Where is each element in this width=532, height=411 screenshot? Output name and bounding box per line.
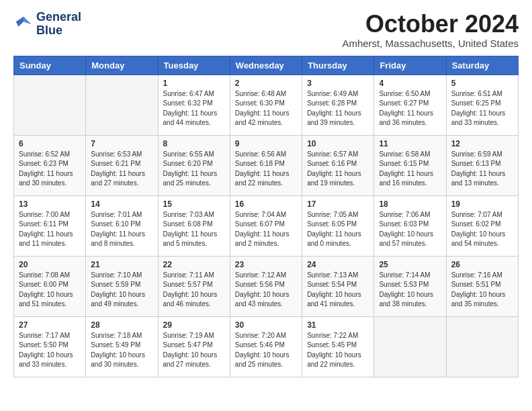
day-number: 8 xyxy=(163,139,225,148)
day-number: 16 xyxy=(235,199,297,209)
day-number: 24 xyxy=(307,260,369,269)
day-number: 23 xyxy=(235,260,297,269)
day-number: 13 xyxy=(19,199,81,209)
day-number: 22 xyxy=(163,260,225,269)
day-cell: 7Sunrise: 6:53 AMSunset: 6:21 PMDaylight… xyxy=(86,135,158,195)
day-cell: 4Sunrise: 6:50 AMSunset: 6:27 PMDaylight… xyxy=(374,75,446,135)
day-cell: 5Sunrise: 6:51 AMSunset: 6:25 PMDaylight… xyxy=(446,75,518,135)
svg-marker-1 xyxy=(24,17,31,24)
day-cell: 15Sunrise: 7:03 AMSunset: 6:08 PMDayligh… xyxy=(158,195,230,256)
weekday-header-thursday: Thursday xyxy=(302,56,374,75)
week-row-2: 6Sunrise: 6:52 AMSunset: 6:23 PMDaylight… xyxy=(14,135,519,195)
day-cell: 3Sunrise: 6:49 AMSunset: 6:28 PMDaylight… xyxy=(302,75,374,135)
month-title: October 2024 xyxy=(342,11,519,38)
day-cell: 25Sunrise: 7:14 AMSunset: 5:53 PMDayligh… xyxy=(374,256,446,316)
day-info: Sunrise: 7:14 AMSunset: 5:53 PMDaylight:… xyxy=(379,271,441,310)
week-row-1: 1Sunrise: 6:47 AMSunset: 6:32 PMDaylight… xyxy=(14,75,519,135)
day-info: Sunrise: 7:18 AMSunset: 5:49 PMDaylight:… xyxy=(91,331,152,370)
day-cell: 26Sunrise: 7:16 AMSunset: 5:51 PMDayligh… xyxy=(446,256,518,316)
day-cell: 1Sunrise: 6:47 AMSunset: 6:32 PMDaylight… xyxy=(158,75,230,135)
day-cell: 18Sunrise: 7:06 AMSunset: 6:03 PMDayligh… xyxy=(374,195,446,256)
day-info: Sunrise: 7:19 AMSunset: 5:47 PMDaylight:… xyxy=(163,331,225,370)
day-number: 10 xyxy=(307,139,369,148)
day-cell xyxy=(374,316,446,377)
day-number: 21 xyxy=(91,260,152,269)
page: General Blue October 2024 Amherst, Massa… xyxy=(0,0,532,388)
day-cell: 21Sunrise: 7:10 AMSunset: 5:59 PMDayligh… xyxy=(86,256,158,316)
day-cell xyxy=(446,316,518,377)
day-cell: 30Sunrise: 7:20 AMSunset: 5:46 PMDayligh… xyxy=(230,316,302,377)
day-cell: 19Sunrise: 7:07 AMSunset: 6:02 PMDayligh… xyxy=(446,195,518,256)
title-block: October 2024 Amherst, Massachusetts, Uni… xyxy=(342,11,519,49)
location: Amherst, Massachusetts, United States xyxy=(342,38,519,49)
day-number: 2 xyxy=(235,79,297,88)
day-info: Sunrise: 6:48 AMSunset: 6:30 PMDaylight:… xyxy=(235,89,297,128)
day-number: 18 xyxy=(379,199,441,209)
day-info: Sunrise: 7:22 AMSunset: 5:45 PMDaylight:… xyxy=(307,331,369,370)
day-cell: 17Sunrise: 7:05 AMSunset: 6:05 PMDayligh… xyxy=(302,195,374,256)
day-cell: 2Sunrise: 6:48 AMSunset: 6:30 PMDaylight… xyxy=(230,75,302,135)
day-number: 12 xyxy=(451,139,513,148)
day-info: Sunrise: 6:58 AMSunset: 6:15 PMDaylight:… xyxy=(379,150,441,189)
day-info: Sunrise: 6:55 AMSunset: 6:20 PMDaylight:… xyxy=(163,150,225,189)
day-cell: 11Sunrise: 6:58 AMSunset: 6:15 PMDayligh… xyxy=(374,135,446,195)
logo-text: General Blue xyxy=(36,11,81,38)
day-cell: 10Sunrise: 6:57 AMSunset: 6:16 PMDayligh… xyxy=(302,135,374,195)
day-number: 11 xyxy=(379,139,441,148)
week-row-5: 27Sunrise: 7:17 AMSunset: 5:50 PMDayligh… xyxy=(14,316,519,377)
day-info: Sunrise: 7:03 AMSunset: 6:08 PMDaylight:… xyxy=(163,210,225,249)
day-info: Sunrise: 7:08 AMSunset: 6:00 PMDaylight:… xyxy=(19,271,81,310)
weekday-header-wednesday: Wednesday xyxy=(230,56,302,75)
day-cell: 12Sunrise: 6:59 AMSunset: 6:13 PMDayligh… xyxy=(446,135,518,195)
day-info: Sunrise: 7:07 AMSunset: 6:02 PMDaylight:… xyxy=(451,210,513,249)
weekday-header-monday: Monday xyxy=(86,56,158,75)
day-info: Sunrise: 6:51 AMSunset: 6:25 PMDaylight:… xyxy=(451,89,513,128)
day-number: 6 xyxy=(19,139,81,148)
day-info: Sunrise: 7:06 AMSunset: 6:03 PMDaylight:… xyxy=(379,210,441,249)
day-info: Sunrise: 6:49 AMSunset: 6:28 PMDaylight:… xyxy=(307,89,369,128)
week-row-3: 13Sunrise: 7:00 AMSunset: 6:11 PMDayligh… xyxy=(14,195,519,256)
day-number: 31 xyxy=(307,320,369,330)
day-cell: 13Sunrise: 7:00 AMSunset: 6:11 PMDayligh… xyxy=(14,195,86,256)
day-info: Sunrise: 6:59 AMSunset: 6:13 PMDaylight:… xyxy=(451,150,513,189)
day-info: Sunrise: 7:10 AMSunset: 5:59 PMDaylight:… xyxy=(91,271,152,310)
logo-icon xyxy=(13,14,34,34)
day-number: 14 xyxy=(91,199,152,209)
day-number: 7 xyxy=(91,139,152,148)
day-cell: 9Sunrise: 6:56 AMSunset: 6:18 PMDaylight… xyxy=(230,135,302,195)
day-cell: 27Sunrise: 7:17 AMSunset: 5:50 PMDayligh… xyxy=(14,316,86,377)
day-number: 5 xyxy=(451,79,513,88)
day-info: Sunrise: 6:50 AMSunset: 6:27 PMDaylight:… xyxy=(379,89,441,128)
day-info: Sunrise: 6:47 AMSunset: 6:32 PMDaylight:… xyxy=(163,89,225,128)
day-cell xyxy=(14,75,86,135)
day-number: 17 xyxy=(307,199,369,209)
header: General Blue October 2024 Amherst, Massa… xyxy=(13,11,519,49)
day-number: 20 xyxy=(19,260,81,269)
day-number: 29 xyxy=(163,320,225,330)
calendar: SundayMondayTuesdayWednesdayThursdayFrid… xyxy=(13,56,519,377)
day-cell: 16Sunrise: 7:04 AMSunset: 6:07 PMDayligh… xyxy=(230,195,302,256)
day-cell: 14Sunrise: 7:01 AMSunset: 6:10 PMDayligh… xyxy=(86,195,158,256)
day-info: Sunrise: 7:05 AMSunset: 6:05 PMDaylight:… xyxy=(307,210,369,249)
day-info: Sunrise: 7:20 AMSunset: 5:46 PMDaylight:… xyxy=(235,331,297,370)
weekday-header-row: SundayMondayTuesdayWednesdayThursdayFrid… xyxy=(14,56,519,75)
day-number: 30 xyxy=(235,320,297,330)
day-info: Sunrise: 7:16 AMSunset: 5:51 PMDaylight:… xyxy=(451,271,513,310)
day-info: Sunrise: 7:17 AMSunset: 5:50 PMDaylight:… xyxy=(19,331,81,370)
day-number: 15 xyxy=(163,199,225,209)
day-cell: 24Sunrise: 7:13 AMSunset: 5:54 PMDayligh… xyxy=(302,256,374,316)
weekday-header-sunday: Sunday xyxy=(14,56,86,75)
logo-line2: Blue xyxy=(36,24,81,38)
day-cell: 28Sunrise: 7:18 AMSunset: 5:49 PMDayligh… xyxy=(86,316,158,377)
day-cell: 23Sunrise: 7:12 AMSunset: 5:56 PMDayligh… xyxy=(230,256,302,316)
day-number: 4 xyxy=(379,79,441,88)
day-cell: 22Sunrise: 7:11 AMSunset: 5:57 PMDayligh… xyxy=(158,256,230,316)
day-cell: 6Sunrise: 6:52 AMSunset: 6:23 PMDaylight… xyxy=(14,135,86,195)
day-cell: 31Sunrise: 7:22 AMSunset: 5:45 PMDayligh… xyxy=(302,316,374,377)
day-cell xyxy=(86,75,158,135)
weekday-header-tuesday: Tuesday xyxy=(158,56,230,75)
day-info: Sunrise: 7:11 AMSunset: 5:57 PMDaylight:… xyxy=(163,271,225,310)
day-info: Sunrise: 7:13 AMSunset: 5:54 PMDaylight:… xyxy=(307,271,369,310)
day-info: Sunrise: 6:53 AMSunset: 6:21 PMDaylight:… xyxy=(91,150,152,189)
day-info: Sunrise: 6:56 AMSunset: 6:18 PMDaylight:… xyxy=(235,150,297,189)
